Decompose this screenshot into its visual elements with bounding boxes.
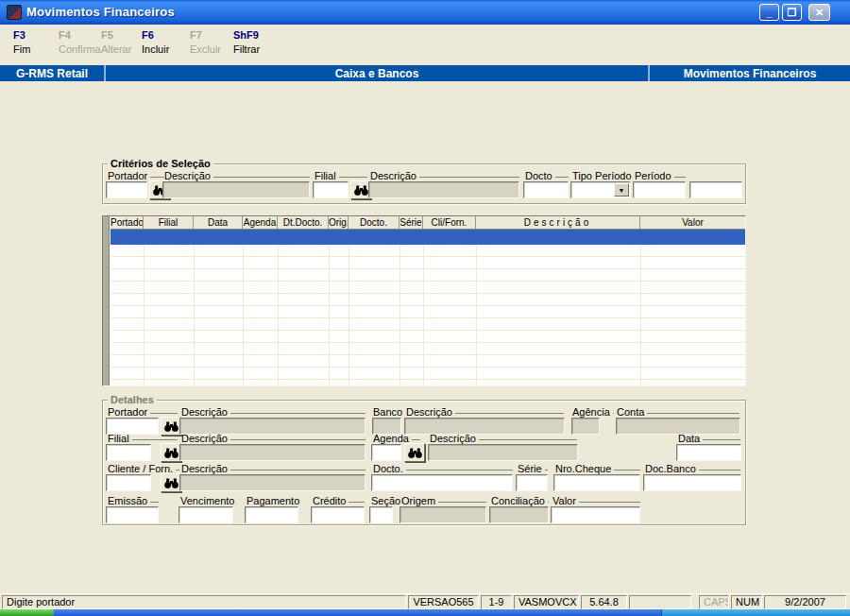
movements-grid[interactable]: Portador Filial Data Agenda Dt.Docto. Or… bbox=[102, 215, 746, 386]
status-build: 5.64.8 bbox=[581, 595, 627, 609]
toolbar-item-fim[interactable]: F3 Fim bbox=[13, 29, 60, 55]
screen-title: Movimentos Financeiros bbox=[650, 67, 850, 80]
det-agenda-input[interactable] bbox=[371, 444, 401, 461]
det-data-label: Data bbox=[678, 433, 740, 444]
start-button[interactable] bbox=[0, 609, 54, 616]
toolbar-label: Confirma bbox=[59, 43, 106, 55]
status-bar: Digite portador VERSAO565 1-9 VASMOVCX 5… bbox=[0, 593, 850, 609]
system-tray bbox=[661, 609, 850, 616]
binoculars-icon bbox=[164, 448, 178, 458]
det-serie-input[interactable] bbox=[516, 474, 548, 491]
det-credito-label: Crédito bbox=[313, 495, 365, 506]
det-cliente-forn-search-button[interactable] bbox=[161, 473, 181, 492]
app-icon bbox=[7, 5, 22, 20]
grid-column-serie: Série bbox=[400, 216, 423, 229]
toolbar-item-excluir: F7 Excluir bbox=[190, 29, 237, 55]
det-pagamento-input[interactable] bbox=[245, 506, 298, 523]
criteria-portador-input[interactable] bbox=[106, 181, 147, 198]
det-emissao-input[interactable] bbox=[106, 506, 159, 523]
det-banco-label: Banco bbox=[373, 406, 403, 418]
criteria-tipo-periodo-select[interactable]: ▼ bbox=[570, 181, 631, 198]
det-docto-input[interactable] bbox=[371, 474, 513, 491]
grid-rows[interactable] bbox=[110, 245, 745, 385]
det-docto-label: Docto. bbox=[373, 463, 513, 474]
criteria-descricao-filial-label: Descrição bbox=[370, 170, 519, 181]
toolbar-label: Excluir bbox=[190, 43, 237, 55]
det-agenda-search-button[interactable] bbox=[404, 443, 425, 462]
toolbar-label: Fim bbox=[13, 43, 60, 55]
det-descricao-cliente-label: Descrição bbox=[181, 463, 366, 474]
criteria-descricao-filial-field bbox=[368, 181, 519, 198]
chevron-down-icon[interactable]: ▼ bbox=[614, 183, 629, 197]
toolbar-key: F6 bbox=[142, 29, 189, 43]
grid-selected-row[interactable] bbox=[110, 230, 745, 245]
det-conciliacao-field bbox=[489, 506, 549, 523]
grid-column-data: Data bbox=[194, 216, 243, 229]
det-data-input[interactable] bbox=[676, 444, 741, 461]
binoculars-icon bbox=[164, 421, 178, 432]
det-conciliacao-label: Conciliação bbox=[491, 495, 549, 506]
status-num-indicator: NUM bbox=[731, 595, 762, 609]
criteria-descricao-portador-label: Descrição bbox=[164, 170, 310, 181]
det-origem-field bbox=[400, 506, 486, 523]
grid-column-agenda: Agenda bbox=[243, 216, 278, 229]
det-descricao-agenda-label: Descrição bbox=[430, 433, 577, 444]
det-filial-input[interactable] bbox=[106, 444, 151, 461]
toolbar-item-confirma: F4 Confirma bbox=[59, 29, 106, 55]
grid-column-dtdocto: Dt.Docto. bbox=[278, 216, 329, 229]
minimize-button[interactable]: _ bbox=[759, 4, 779, 21]
det-secao-input[interactable] bbox=[369, 506, 393, 523]
binoculars-icon bbox=[164, 478, 178, 488]
grid-column-filial: Filial bbox=[144, 216, 194, 229]
grid-column-clifforn: Cli/Forn. bbox=[423, 216, 476, 229]
criteria-docto-input[interactable] bbox=[523, 181, 569, 198]
det-descricao-filial-field bbox=[179, 444, 366, 461]
det-filial-search-button[interactable] bbox=[161, 443, 181, 462]
grid-header: Portador Filial Data Agenda Dt.Docto. Or… bbox=[110, 216, 745, 230]
det-nro-cheque-label: Nro.Cheque bbox=[555, 463, 640, 474]
det-vencimento-input[interactable] bbox=[178, 506, 233, 523]
criteria-descricao-portador-field bbox=[162, 181, 310, 198]
det-serie-label: Série bbox=[518, 463, 548, 474]
toolbar-label: Filtrar bbox=[233, 43, 280, 55]
det-doc-banco-label: Doc.Banco bbox=[645, 463, 740, 474]
status-program: VASMOVCX bbox=[514, 595, 579, 609]
det-descricao-portador-label: Descrição bbox=[181, 406, 366, 418]
det-valor-input[interactable] bbox=[551, 506, 640, 523]
details-title: Detalhes bbox=[108, 394, 157, 405]
toolbar-key: F7 bbox=[190, 29, 237, 43]
restore-button[interactable]: ❐ bbox=[782, 4, 802, 21]
det-credito-input[interactable] bbox=[311, 506, 365, 523]
det-emissao-label: Emissão bbox=[108, 495, 159, 506]
grid-column-valor: Valor bbox=[640, 216, 745, 229]
criteria-periodo-start-input[interactable] bbox=[633, 181, 686, 198]
det-descricao-agenda-field bbox=[428, 444, 578, 461]
close-button[interactable]: ✕ bbox=[808, 4, 830, 21]
det-nro-cheque-input[interactable] bbox=[553, 474, 640, 491]
status-date: 9/2/2007 bbox=[764, 595, 846, 609]
grid-column-descricao: Descrição bbox=[476, 216, 640, 229]
function-key-toolbar: F3 Fim F4 Confirma F5 Alterar F6 Incluir… bbox=[0, 25, 850, 65]
det-agencia-label: Agência bbox=[572, 406, 614, 418]
criteria-tipo-periodo-label: Tipo Período bbox=[572, 170, 631, 181]
toolbar-item-incluir[interactable]: F6 Incluir bbox=[142, 29, 189, 55]
det-descricao-filial-label: Descrição bbox=[181, 433, 366, 444]
grid-column-orig: Orig. bbox=[329, 216, 348, 229]
criteria-periodo-label: Período bbox=[635, 170, 686, 181]
title-bar: Movimentos Financeiros _ ❐ ✕ bbox=[0, 0, 850, 25]
status-message: Digite portador bbox=[2, 595, 406, 609]
det-vencimento-label: Vencimento bbox=[180, 495, 233, 506]
det-descricao-banco-label: Descrição bbox=[406, 406, 564, 418]
det-doc-banco-input[interactable] bbox=[643, 474, 741, 491]
status-record-range: 1-9 bbox=[481, 595, 512, 609]
criteria-filial-input[interactable] bbox=[313, 181, 348, 198]
toolbar-item-filtrar[interactable]: ShF9 Filtrar bbox=[233, 29, 280, 55]
criteria-periodo-end-input[interactable] bbox=[689, 181, 742, 198]
status-caps-indicator: CAPS bbox=[699, 595, 729, 609]
det-cliente-forn-input[interactable] bbox=[106, 474, 151, 491]
det-conta-label: Conta bbox=[617, 406, 740, 418]
grid-column-portador: Portador bbox=[110, 216, 144, 229]
det-descricao-cliente-field bbox=[179, 474, 366, 491]
window-title: Movimentos Financeiros bbox=[26, 5, 175, 19]
criteria-title: Critérios de Seleção bbox=[108, 158, 213, 169]
